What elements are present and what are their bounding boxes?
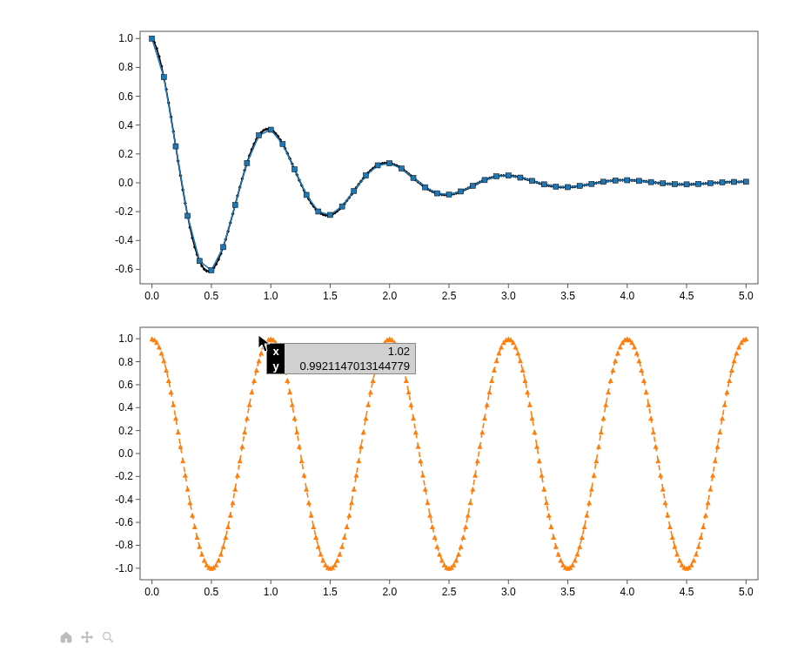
svg-text:1.5: 1.5	[323, 290, 338, 302]
svg-rect-67	[459, 189, 464, 194]
magnify-icon	[101, 630, 115, 644]
svg-rect-0	[140, 31, 758, 284]
svg-text:2.0: 2.0	[382, 586, 397, 598]
svg-text:2.0: 2.0	[382, 290, 397, 302]
svg-rect-50	[257, 132, 262, 138]
svg-rect-85	[672, 182, 677, 187]
svg-text:-0.4: -0.4	[115, 234, 133, 246]
svg-text:2.5: 2.5	[442, 290, 457, 302]
svg-rect-47	[221, 245, 226, 250]
svg-rect-54	[304, 192, 309, 198]
svg-text:-1.0: -1.0	[115, 562, 133, 575]
svg-rect-53	[292, 167, 298, 172]
svg-rect-81	[625, 178, 630, 183]
svg-text:0.5: 0.5	[204, 290, 219, 302]
svg-rect-70	[494, 174, 499, 179]
svg-text:3.5: 3.5	[560, 586, 575, 598]
hover-tooltip: x 1.02 y 0.9921147013144779	[266, 343, 416, 374]
svg-rect-44	[185, 213, 191, 218]
svg-rect-55	[316, 209, 321, 214]
svg-rect-87	[696, 181, 701, 186]
svg-text:4.0: 4.0	[620, 290, 634, 302]
svg-text:0.6: 0.6	[118, 379, 133, 391]
svg-text:0.5: 0.5	[204, 586, 219, 598]
svg-rect-61	[387, 161, 392, 166]
svg-rect-60	[375, 163, 380, 168]
svg-rect-86	[684, 182, 689, 187]
svg-text:-0.2: -0.2	[115, 470, 133, 482]
svg-rect-80	[613, 178, 618, 183]
svg-rect-48	[232, 203, 238, 208]
pan-button[interactable]	[80, 630, 94, 644]
svg-text:1.0: 1.0	[118, 333, 133, 345]
svg-text:-0.6: -0.6	[115, 516, 133, 528]
svg-line-138	[110, 639, 113, 642]
svg-rect-89	[720, 180, 725, 185]
zoom-button[interactable]	[101, 630, 115, 644]
svg-text:0.0: 0.0	[144, 586, 159, 598]
svg-rect-71	[506, 173, 511, 178]
svg-text:5.0: 5.0	[739, 586, 754, 598]
svg-rect-91	[743, 179, 748, 185]
svg-text:3.0: 3.0	[501, 290, 516, 302]
svg-text:-0.4: -0.4	[115, 494, 133, 506]
svg-text:4.0: 4.0	[620, 586, 634, 598]
svg-rect-92	[140, 327, 758, 580]
svg-rect-59	[363, 173, 368, 178]
home-icon	[59, 630, 73, 644]
svg-text:-0.6: -0.6	[115, 263, 133, 275]
svg-text:0.0: 0.0	[118, 447, 133, 460]
svg-text:3.5: 3.5	[560, 290, 575, 302]
svg-text:0.2: 0.2	[118, 148, 133, 160]
svg-text:-0.8: -0.8	[115, 539, 133, 551]
svg-rect-84	[660, 181, 666, 186]
svg-text:0.0: 0.0	[144, 290, 159, 302]
damped-cosine-chart[interactable]: 0.00.51.01.52.02.53.03.54.04.55.0-0.6-0.…	[139, 30, 759, 285]
svg-rect-88	[707, 180, 713, 185]
tooltip-x-value: 1.02	[285, 344, 415, 359]
svg-rect-57	[339, 204, 345, 209]
svg-rect-62	[399, 166, 404, 171]
svg-point-137	[104, 633, 111, 640]
svg-rect-58	[352, 188, 357, 193]
svg-text:5.0: 5.0	[739, 290, 754, 302]
svg-text:0.8: 0.8	[118, 356, 133, 368]
svg-rect-68	[470, 183, 475, 188]
svg-rect-75	[553, 184, 559, 189]
svg-text:1.0: 1.0	[264, 290, 278, 302]
svg-rect-73	[530, 178, 535, 184]
svg-text:0.4: 0.4	[118, 119, 133, 131]
home-button[interactable]	[59, 630, 73, 644]
svg-text:0.2: 0.2	[118, 425, 133, 437]
tooltip-y-label: y	[267, 359, 285, 373]
svg-rect-45	[197, 259, 202, 264]
svg-text:2.5: 2.5	[442, 586, 457, 598]
cosine-chart[interactable]: 0.00.51.01.52.02.53.03.54.04.55.0-1.0-0.…	[139, 326, 759, 581]
svg-text:0.0: 0.0	[118, 177, 133, 189]
svg-rect-46	[209, 268, 214, 273]
svg-rect-49	[245, 160, 250, 165]
svg-rect-78	[589, 181, 594, 186]
svg-rect-83	[648, 179, 653, 185]
svg-text:-0.2: -0.2	[115, 205, 133, 218]
svg-rect-64	[423, 185, 428, 190]
svg-rect-52	[280, 141, 285, 146]
svg-text:3.0: 3.0	[501, 586, 516, 598]
svg-rect-74	[541, 182, 546, 187]
svg-rect-42	[161, 75, 166, 80]
svg-text:1.5: 1.5	[323, 586, 338, 598]
svg-rect-41	[150, 36, 155, 41]
svg-rect-72	[518, 175, 523, 180]
plot-toolbar	[59, 630, 115, 644]
svg-rect-65	[434, 191, 439, 196]
move-icon	[80, 630, 94, 644]
svg-rect-43	[173, 144, 178, 149]
svg-text:0.4: 0.4	[118, 401, 133, 413]
svg-rect-56	[327, 212, 332, 218]
svg-rect-79	[601, 179, 607, 185]
svg-text:1.0: 1.0	[264, 586, 278, 598]
svg-text:4.5: 4.5	[680, 290, 694, 302]
cursor-icon	[258, 334, 273, 353]
svg-rect-66	[446, 192, 452, 198]
svg-text:0.6: 0.6	[118, 91, 133, 103]
